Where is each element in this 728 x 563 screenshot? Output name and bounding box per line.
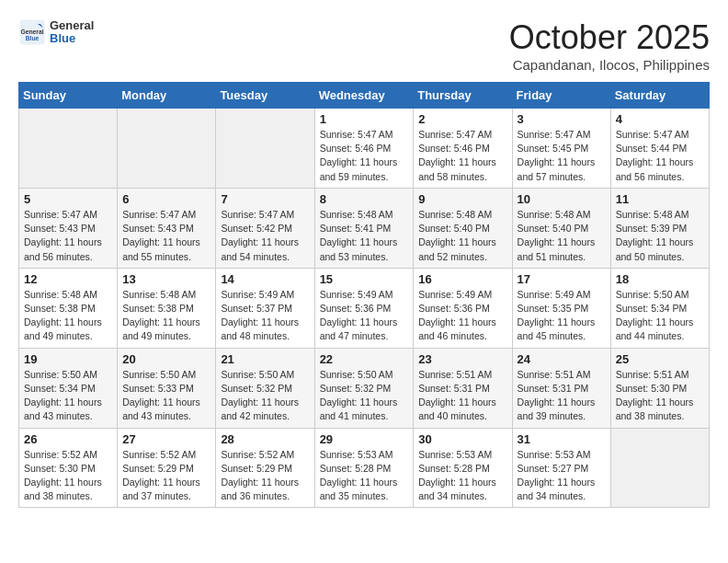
weekday-header: Sunday xyxy=(19,83,118,109)
day-number: 5 xyxy=(24,192,112,206)
day-number: 21 xyxy=(221,352,309,366)
day-info: Sunrise: 5:53 AM Sunset: 5:27 PM Dayligh… xyxy=(518,448,606,504)
day-number: 7 xyxy=(221,192,309,206)
day-number: 26 xyxy=(24,432,112,446)
calendar-cell: 5Sunrise: 5:47 AM Sunset: 5:43 PM Daylig… xyxy=(19,188,118,268)
day-info: Sunrise: 5:47 AM Sunset: 5:43 PM Dayligh… xyxy=(24,208,112,264)
calendar-table: SundayMondayTuesdayWednesdayThursdayFrid… xyxy=(18,82,710,508)
logo-blue: Blue xyxy=(50,32,94,45)
day-info: Sunrise: 5:53 AM Sunset: 5:28 PM Dayligh… xyxy=(320,448,409,504)
weekday-header: Thursday xyxy=(414,83,512,109)
day-number: 1 xyxy=(320,112,409,126)
calendar-cell: 17Sunrise: 5:49 AM Sunset: 5:35 PM Dayli… xyxy=(512,268,610,348)
day-info: Sunrise: 5:51 AM Sunset: 5:31 PM Dayligh… xyxy=(518,368,606,424)
calendar-cell: 19Sunrise: 5:50 AM Sunset: 5:34 PM Dayli… xyxy=(19,348,118,428)
day-info: Sunrise: 5:49 AM Sunset: 5:37 PM Dayligh… xyxy=(221,288,309,344)
title-block: October 2025 Capandanan, Ilocos, Philipp… xyxy=(509,18,710,73)
calendar-cell: 31Sunrise: 5:53 AM Sunset: 5:27 PM Dayli… xyxy=(512,428,610,508)
day-info: Sunrise: 5:48 AM Sunset: 5:38 PM Dayligh… xyxy=(24,288,112,344)
location-subtitle: Capandanan, Ilocos, Philippines xyxy=(509,57,710,73)
calendar-week-row: 1Sunrise: 5:47 AM Sunset: 5:46 PM Daylig… xyxy=(19,109,710,189)
day-number: 20 xyxy=(122,352,210,366)
calendar-cell: 26Sunrise: 5:52 AM Sunset: 5:30 PM Dayli… xyxy=(19,428,118,508)
calendar-week-row: 26Sunrise: 5:52 AM Sunset: 5:30 PM Dayli… xyxy=(19,428,710,508)
logo-text: General Blue xyxy=(50,19,94,46)
logo-general: General xyxy=(50,19,94,32)
day-info: Sunrise: 5:49 AM Sunset: 5:36 PM Dayligh… xyxy=(418,288,506,344)
day-info: Sunrise: 5:51 AM Sunset: 5:31 PM Dayligh… xyxy=(418,368,506,424)
weekday-header: Tuesday xyxy=(216,83,314,109)
weekday-header: Monday xyxy=(118,83,216,109)
day-number: 18 xyxy=(616,272,704,286)
calendar-cell: 14Sunrise: 5:49 AM Sunset: 5:37 PM Dayli… xyxy=(216,268,314,348)
calendar-cell xyxy=(610,428,709,508)
day-info: Sunrise: 5:49 AM Sunset: 5:35 PM Dayligh… xyxy=(518,288,606,344)
calendar-cell xyxy=(216,109,314,189)
calendar-cell: 22Sunrise: 5:50 AM Sunset: 5:32 PM Dayli… xyxy=(314,348,414,428)
calendar-cell: 29Sunrise: 5:53 AM Sunset: 5:28 PM Dayli… xyxy=(314,428,414,508)
svg-text:General: General xyxy=(20,29,43,35)
day-number: 3 xyxy=(518,112,606,126)
calendar-cell: 21Sunrise: 5:50 AM Sunset: 5:32 PM Dayli… xyxy=(216,348,314,428)
day-number: 4 xyxy=(616,112,704,126)
calendar-cell: 8Sunrise: 5:48 AM Sunset: 5:41 PM Daylig… xyxy=(314,188,414,268)
day-number: 6 xyxy=(122,192,210,206)
calendar-week-row: 19Sunrise: 5:50 AM Sunset: 5:34 PM Dayli… xyxy=(19,348,710,428)
day-info: Sunrise: 5:47 AM Sunset: 5:44 PM Dayligh… xyxy=(616,128,704,184)
calendar-cell: 10Sunrise: 5:48 AM Sunset: 5:40 PM Dayli… xyxy=(512,188,610,268)
day-info: Sunrise: 5:48 AM Sunset: 5:38 PM Dayligh… xyxy=(122,288,210,344)
day-info: Sunrise: 5:47 AM Sunset: 5:46 PM Dayligh… xyxy=(418,128,506,184)
day-number: 31 xyxy=(518,432,606,446)
day-info: Sunrise: 5:47 AM Sunset: 5:45 PM Dayligh… xyxy=(518,128,606,184)
day-info: Sunrise: 5:50 AM Sunset: 5:32 PM Dayligh… xyxy=(221,368,309,424)
calendar-cell: 23Sunrise: 5:51 AM Sunset: 5:31 PM Dayli… xyxy=(414,348,512,428)
day-number: 15 xyxy=(320,272,409,286)
day-number: 2 xyxy=(418,112,506,126)
day-number: 11 xyxy=(616,192,704,206)
page-header: General Blue General Blue October 2025 C… xyxy=(18,18,710,73)
day-info: Sunrise: 5:52 AM Sunset: 5:29 PM Dayligh… xyxy=(221,448,309,504)
day-number: 13 xyxy=(122,272,210,286)
day-info: Sunrise: 5:47 AM Sunset: 5:46 PM Dayligh… xyxy=(320,128,409,184)
calendar-cell: 3Sunrise: 5:47 AM Sunset: 5:45 PM Daylig… xyxy=(512,109,610,189)
day-number: 16 xyxy=(418,272,506,286)
weekday-header: Friday xyxy=(512,83,610,109)
calendar-cell: 6Sunrise: 5:47 AM Sunset: 5:43 PM Daylig… xyxy=(118,188,216,268)
day-number: 25 xyxy=(616,352,704,366)
day-info: Sunrise: 5:53 AM Sunset: 5:28 PM Dayligh… xyxy=(418,448,506,504)
logo: General Blue General Blue xyxy=(18,18,94,46)
calendar-header-row: SundayMondayTuesdayWednesdayThursdayFrid… xyxy=(19,83,710,109)
day-number: 9 xyxy=(418,192,506,206)
day-number: 22 xyxy=(320,352,409,366)
day-info: Sunrise: 5:51 AM Sunset: 5:30 PM Dayligh… xyxy=(616,368,704,424)
day-number: 28 xyxy=(221,432,309,446)
day-info: Sunrise: 5:48 AM Sunset: 5:40 PM Dayligh… xyxy=(418,208,506,264)
calendar-cell: 1Sunrise: 5:47 AM Sunset: 5:46 PM Daylig… xyxy=(314,109,414,189)
day-info: Sunrise: 5:48 AM Sunset: 5:40 PM Dayligh… xyxy=(518,208,606,264)
calendar-cell: 11Sunrise: 5:48 AM Sunset: 5:39 PM Dayli… xyxy=(610,188,709,268)
day-info: Sunrise: 5:50 AM Sunset: 5:34 PM Dayligh… xyxy=(616,288,704,344)
day-number: 10 xyxy=(518,192,606,206)
calendar-cell: 16Sunrise: 5:49 AM Sunset: 5:36 PM Dayli… xyxy=(414,268,512,348)
month-title: October 2025 xyxy=(509,18,710,57)
day-info: Sunrise: 5:48 AM Sunset: 5:41 PM Dayligh… xyxy=(320,208,409,264)
day-number: 8 xyxy=(320,192,409,206)
calendar-cell: 20Sunrise: 5:50 AM Sunset: 5:33 PM Dayli… xyxy=(118,348,216,428)
day-info: Sunrise: 5:50 AM Sunset: 5:32 PM Dayligh… xyxy=(320,368,409,424)
calendar-cell: 27Sunrise: 5:52 AM Sunset: 5:29 PM Dayli… xyxy=(118,428,216,508)
svg-text:Blue: Blue xyxy=(26,35,40,41)
calendar-cell: 18Sunrise: 5:50 AM Sunset: 5:34 PM Dayli… xyxy=(610,268,709,348)
day-number: 27 xyxy=(122,432,210,446)
calendar-cell xyxy=(19,109,118,189)
day-number: 19 xyxy=(24,352,112,366)
day-info: Sunrise: 5:47 AM Sunset: 5:43 PM Dayligh… xyxy=(122,208,210,264)
day-number: 23 xyxy=(418,352,506,366)
weekday-header: Wednesday xyxy=(314,83,414,109)
calendar-cell: 25Sunrise: 5:51 AM Sunset: 5:30 PM Dayli… xyxy=(610,348,709,428)
calendar-cell xyxy=(118,109,216,189)
calendar-cell: 28Sunrise: 5:52 AM Sunset: 5:29 PM Dayli… xyxy=(216,428,314,508)
calendar-week-row: 5Sunrise: 5:47 AM Sunset: 5:43 PM Daylig… xyxy=(19,188,710,268)
calendar-week-row: 12Sunrise: 5:48 AM Sunset: 5:38 PM Dayli… xyxy=(19,268,710,348)
day-number: 12 xyxy=(24,272,112,286)
day-info: Sunrise: 5:48 AM Sunset: 5:39 PM Dayligh… xyxy=(616,208,704,264)
